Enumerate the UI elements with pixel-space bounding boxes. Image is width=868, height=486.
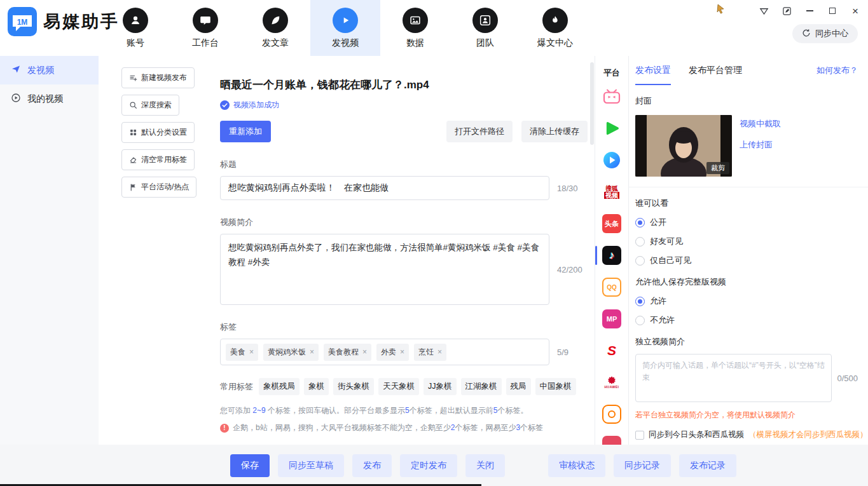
- tags-input-box[interactable]: 美食× 黄焖鸡米饭× 美食教程× 外卖× 烹饪×: [220, 339, 549, 365]
- nav-item-publish-article[interactable]: 发文章: [240, 0, 310, 56]
- close-editor-button[interactable]: 关闭: [465, 454, 505, 477]
- description-label: 视频简介: [220, 217, 595, 228]
- common-tag[interactable]: JJ象棋: [424, 378, 457, 395]
- upload-cover-link[interactable]: 上传封面: [740, 139, 781, 151]
- independent-desc-label: 独立视频简介: [635, 336, 858, 348]
- radio-disallow[interactable]: 不允许: [635, 314, 858, 326]
- visibility-label: 谁可以看: [635, 198, 858, 209]
- radio-friends-only[interactable]: 好友可见: [635, 236, 858, 247]
- nav-label-publish-video: 发视频: [332, 37, 359, 49]
- screenshot-edit-icon[interactable]: [782, 6, 792, 16]
- radio-allow[interactable]: 允许: [635, 295, 858, 307]
- nav-label-data: 数据: [406, 37, 424, 49]
- radio-private[interactable]: 仅自己可见: [635, 255, 858, 266]
- description-textarea[interactable]: 想吃黄焖鸡别再点外卖了，我们在家也能做，方法很简单#黄焖鸡米饭 #美食 #美食教…: [220, 234, 549, 305]
- search-icon: [129, 101, 137, 109]
- description-counter: 42/200: [557, 265, 582, 274]
- sync-records-button[interactable]: 同步记录: [614, 454, 671, 477]
- save-button[interactable]: 保存: [230, 454, 270, 477]
- deep-search-button[interactable]: 深度搜索: [121, 95, 179, 116]
- tab-publish-settings[interactable]: 发布设置: [635, 56, 671, 85]
- scheduled-publish-button[interactable]: 定时发布: [400, 454, 457, 477]
- common-tag[interactable]: 中国象棋: [535, 378, 576, 395]
- publish-records-button[interactable]: 发布记录: [679, 454, 736, 477]
- nav-item-account[interactable]: 账号: [100, 0, 170, 56]
- platform-mp[interactable]: MP: [602, 309, 622, 329]
- clear-common-tags-button[interactable]: 清空常用标签: [121, 149, 195, 170]
- remove-tag-icon[interactable]: ×: [362, 348, 367, 356]
- tag-chip: 黄焖鸡米饭×: [263, 344, 319, 361]
- sync-toutiao-checkbox[interactable]: [635, 431, 644, 440]
- send-icon: [11, 64, 21, 76]
- clear-upload-cache-button[interactable]: 清除上传缓存: [521, 121, 588, 142]
- settings-tabs: 发布设置 发布平台管理 如何发布？: [635, 56, 858, 85]
- scrollbar-thumb[interactable]: [590, 62, 594, 145]
- common-tag[interactable]: 街头象棋: [333, 378, 374, 395]
- toutiao-icon: 头条: [602, 214, 621, 233]
- remove-tag-icon[interactable]: ×: [249, 348, 254, 356]
- sidebar-item-publish-video[interactable]: 发视频: [0, 56, 99, 84]
- radio-public[interactable]: 公开: [635, 217, 858, 228]
- remove-tag-icon[interactable]: ×: [437, 348, 442, 356]
- tags-counter: 5/9: [557, 348, 568, 357]
- common-tag[interactable]: 天天象棋: [378, 378, 419, 395]
- douyin-icon: ♪: [602, 246, 621, 265]
- remove-tag-icon[interactable]: ×: [400, 348, 404, 356]
- video-filename: 晒最近一个月账单，钱都花在哪儿了？.mp4: [220, 78, 579, 92]
- nav-item-workbench[interactable]: 工作台: [170, 0, 240, 56]
- review-status-button[interactable]: 审核状态: [548, 454, 605, 477]
- close-button[interactable]: ×: [850, 6, 860, 16]
- tab-platform-management[interactable]: 发布平台管理: [689, 56, 742, 85]
- platform-douyin[interactable]: ♪: [602, 245, 622, 266]
- platform-toutiao[interactable]: 头条: [602, 213, 622, 234]
- common-tag[interactable]: 江湖象棋: [461, 378, 502, 395]
- minimize-button[interactable]: [804, 6, 815, 16]
- how-to-publish-link[interactable]: 如何发布？: [816, 56, 858, 85]
- nav-item-publish-video[interactable]: 发视频: [310, 0, 380, 56]
- new-video-publish-button[interactable]: 新建视频发布: [121, 67, 195, 88]
- maximize-button[interactable]: [827, 6, 837, 16]
- platform-sina[interactable]: S: [602, 341, 622, 361]
- network-icon[interactable]: [759, 6, 769, 16]
- common-tag[interactable]: 象棋残局: [259, 378, 300, 395]
- radio-icon: [635, 297, 645, 306]
- bilibili-icon: [602, 87, 621, 106]
- publish-button[interactable]: 发布: [352, 454, 392, 477]
- open-file-path-button[interactable]: 打开文件路径: [446, 121, 513, 142]
- nav-item-team[interactable]: 团队: [450, 0, 520, 56]
- platform-sohu-video[interactable]: 搜狐 视频: [602, 182, 622, 202]
- platform-huawei[interactable]: HUAWEI: [602, 372, 622, 393]
- cover-thumbnail[interactable]: 裁剪: [635, 115, 732, 177]
- platform-more[interactable]: [602, 436, 622, 445]
- tags-warning-text: ! 企鹅，b站，网易，搜狗，大风平台视频标签不能为空，企鹅至少2个标签，网易至少…: [220, 422, 595, 433]
- check-circle-icon: [220, 100, 230, 110]
- common-tag[interactable]: 象棋: [304, 378, 329, 395]
- sidebar-item-my-videos[interactable]: 我的视频: [0, 84, 99, 113]
- platform-rail: 平台 搜狐 视频 头条 ♪ QQ MP S: [595, 56, 628, 445]
- window-controls: ×: [759, 5, 860, 17]
- remove-tag-icon[interactable]: ×: [310, 348, 314, 356]
- refresh-icon: [802, 29, 811, 39]
- readd-video-button[interactable]: 重新添加: [220, 121, 271, 142]
- cover-label: 封面: [635, 95, 858, 107]
- grid-icon: [129, 128, 137, 137]
- footer-action-bar: 保存 同步至草稿 发布 定时发布 关闭 审核状态 同步记录 发布记录: [0, 445, 868, 486]
- tags-label: 标签: [220, 321, 595, 333]
- platform-haokan[interactable]: [602, 150, 622, 170]
- nav-item-hot-center[interactable]: 爆文中心: [520, 0, 590, 56]
- independent-desc-textarea[interactable]: [635, 354, 832, 402]
- title-input[interactable]: [220, 176, 549, 200]
- nav-label-account: 账号: [127, 37, 144, 49]
- crop-button[interactable]: 裁剪: [706, 162, 729, 174]
- default-category-button[interactable]: 默认分类设置: [121, 122, 195, 143]
- common-tag[interactable]: 残局: [506, 378, 531, 395]
- sync-center-button[interactable]: 同步中心: [792, 24, 858, 43]
- platform-qq[interactable]: QQ: [602, 277, 622, 297]
- platform-activity-button[interactable]: 平台活动/热点: [121, 177, 196, 198]
- platform-iqiyi[interactable]: [602, 118, 622, 138]
- sync-to-draft-button[interactable]: 同步至草稿: [278, 454, 344, 477]
- nav-item-data[interactable]: 数据: [380, 0, 450, 56]
- platform-dayu[interactable]: [602, 404, 622, 424]
- capture-from-video-link[interactable]: 视频中截取: [740, 118, 781, 130]
- platform-bilibili[interactable]: [602, 86, 622, 107]
